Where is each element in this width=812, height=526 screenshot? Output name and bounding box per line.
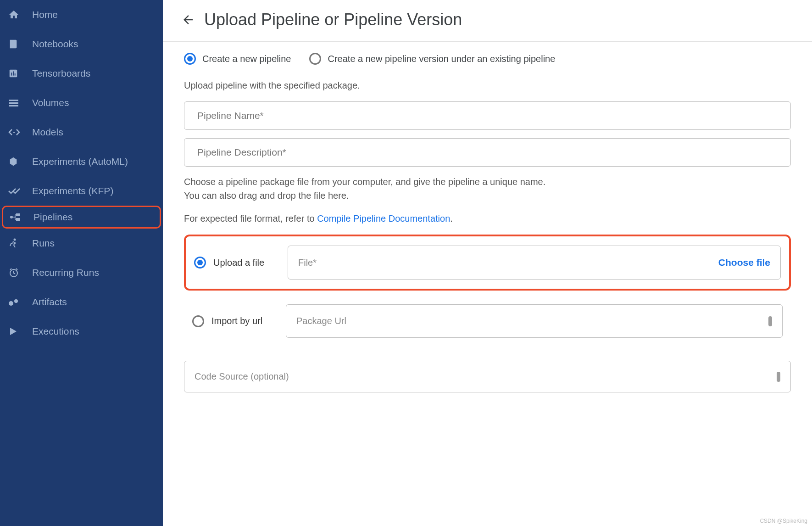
file-placeholder: File* — [298, 257, 317, 268]
radio-label: Create a new pipeline version under an e… — [328, 54, 555, 64]
mode-radio-group: Create a new pipeline Create a new pipel… — [184, 53, 791, 65]
svg-rect-10 — [16, 213, 20, 216]
svg-point-15 — [14, 299, 18, 303]
radio-label: Create a new pipeline — [202, 54, 291, 64]
field-label: Pipeline Description* — [197, 147, 286, 157]
radio-upload-file[interactable]: Upload a file — [194, 257, 277, 269]
sidebar-item-home[interactable]: Home — [0, 0, 163, 29]
double-check-icon — [8, 186, 27, 196]
sidebar-item-tensorboards[interactable]: Tensorboards — [0, 59, 163, 88]
play-icon — [8, 327, 27, 336]
radio-icon — [194, 257, 206, 269]
radio-icon — [309, 53, 321, 65]
choose-file-button[interactable]: Choose file — [718, 257, 770, 268]
sidebar-item-label: Runs — [32, 238, 55, 249]
page-header: Upload Pipeline or Pipeline Version — [163, 0, 812, 42]
arrows-icon — [8, 128, 27, 136]
page-title: Upload Pipeline or Pipeline Version — [204, 10, 462, 29]
book-icon — [8, 39, 27, 49]
home-icon — [8, 9, 27, 20]
radio-import-url[interactable]: Import by url — [192, 315, 275, 327]
radio-icon — [184, 53, 196, 65]
import-url-section: Import by url Package Url — [184, 304, 791, 338]
resize-handle-icon[interactable] — [777, 372, 780, 382]
resize-handle-icon[interactable] — [768, 316, 772, 326]
sidebar-item-experiments-kfp[interactable]: Experiments (KFP) — [0, 176, 163, 206]
radio-icon — [192, 315, 204, 327]
svg-rect-3 — [15, 73, 16, 76]
code-source-field[interactable]: Code Source (optional) — [184, 361, 791, 392]
pipeline-name-field[interactable]: Pipeline Name* — [184, 101, 791, 130]
sidebar-item-label: Artifacts — [32, 297, 67, 308]
sidebar-item-label: Pipelines — [33, 212, 72, 223]
sidebar-item-executions[interactable]: Executions — [0, 317, 163, 346]
sidebar-item-label: Recurring Runs — [32, 267, 99, 278]
form-content: Create a new pipeline Create a new pipel… — [163, 42, 812, 411]
sidebar-item-label: Tensorboards — [32, 68, 90, 79]
sidebar-item-label: Experiments (AutoML) — [32, 156, 128, 167]
sidebar-item-notebooks[interactable]: Notebooks — [0, 29, 163, 59]
menu-icon — [8, 97, 27, 108]
upload-help-text: Upload pipeline with the specified packa… — [184, 78, 791, 92]
sidebar-item-models[interactable]: Models — [0, 118, 163, 147]
svg-point-9 — [10, 216, 13, 218]
back-button[interactable] — [181, 13, 195, 27]
svg-rect-1 — [11, 73, 12, 75]
sidebar-item-pipelines[interactable]: Pipelines — [2, 206, 161, 229]
sidebar-item-label: Volumes — [32, 97, 69, 108]
sidebar-item-volumes[interactable]: Volumes — [0, 88, 163, 118]
flow-icon — [10, 213, 28, 222]
radio-label: Import by url — [211, 316, 262, 326]
run-icon — [8, 238, 27, 249]
svg-rect-4 — [9, 100, 18, 101]
svg-point-14 — [9, 301, 13, 306]
sidebar-item-runs[interactable]: Runs — [0, 229, 163, 258]
main-content: Upload Pipeline or Pipeline Version Crea… — [163, 0, 812, 526]
svg-marker-8 — [10, 157, 17, 166]
code-source-placeholder: Code Source (optional) — [195, 371, 289, 382]
svg-point-12 — [14, 239, 16, 241]
sidebar-item-label: Experiments (KFP) — [32, 185, 113, 196]
chart-icon — [8, 68, 27, 78]
sidebar-item-recurring-runs[interactable]: Recurring Runs — [0, 258, 163, 287]
clock-icon — [8, 267, 27, 278]
svg-marker-16 — [10, 328, 17, 335]
choose-help-text: Choose a pipeline package file from your… — [184, 175, 791, 202]
upload-file-section: Upload a file File* Choose file — [184, 235, 791, 291]
camera-icon — [8, 157, 27, 167]
sidebar-item-label: Models — [32, 127, 63, 138]
sidebar-item-experiments-automl[interactable]: Experiments (AutoML) — [0, 147, 163, 176]
sidebar-item-label: Notebooks — [32, 39, 78, 50]
svg-rect-2 — [13, 71, 14, 75]
sidebar-item-label: Executions — [32, 326, 79, 337]
file-input-box[interactable]: File* Choose file — [288, 246, 781, 280]
radio-create-new[interactable]: Create a new pipeline — [184, 53, 291, 65]
compile-doc-link[interactable]: Compile Pipeline Documentation — [317, 213, 450, 224]
svg-rect-7 — [13, 132, 15, 133]
format-help-text: For expected file format, refer to Compi… — [184, 212, 791, 225]
watermark: CSDN @SpikeKing — [760, 518, 807, 524]
sidebar-item-label: Home — [32, 9, 58, 20]
field-label: Pipeline Name* — [197, 110, 264, 121]
radio-create-version[interactable]: Create a new pipeline version under an e… — [309, 53, 555, 65]
svg-rect-5 — [9, 102, 18, 104]
radio-label: Upload a file — [213, 257, 264, 268]
pipeline-description-field[interactable]: Pipeline Description* — [184, 138, 791, 167]
svg-rect-6 — [9, 105, 18, 106]
package-url-field[interactable]: Package Url — [286, 304, 783, 338]
bubble-icon — [8, 298, 27, 306]
svg-rect-11 — [16, 218, 20, 221]
sidebar: Home Notebooks Tensorboards Volumes Mode… — [0, 0, 163, 526]
sidebar-item-artifacts[interactable]: Artifacts — [0, 287, 163, 317]
url-placeholder: Package Url — [296, 316, 346, 326]
